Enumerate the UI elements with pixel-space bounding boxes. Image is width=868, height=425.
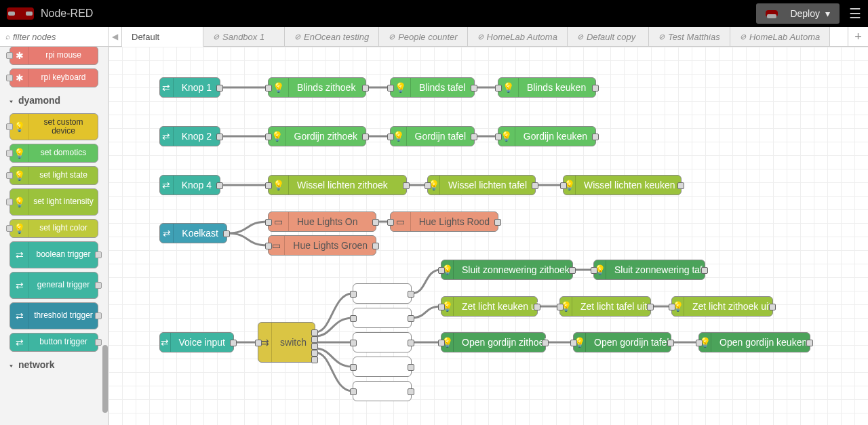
workspace: ◀ Default ⊘Sandbox 1 ⊘EnOcean testing ⊘P… xyxy=(108,27,868,425)
node-dad[interactable]: dad xyxy=(353,332,412,352)
palette-node-threshold-trigger[interactable]: ⇄threshold trigger xyxy=(9,302,98,329)
tab-default[interactable]: Default xyxy=(122,27,203,47)
split-icon: ⇄ xyxy=(10,272,29,298)
scrollbar[interactable] xyxy=(102,345,108,413)
filter-row: ⌕ xyxy=(0,27,108,47)
split-icon: ⇄ xyxy=(10,242,29,268)
disabled-icon: ⊘ xyxy=(389,33,395,41)
tab-homelab2[interactable]: ⊘HomeLab Automa xyxy=(730,27,830,46)
node-blinds-tafel[interactable]: 💡Blinds tafel xyxy=(390,77,475,98)
node-blinds-zithoek[interactable]: 💡Blinds zithoek xyxy=(268,77,366,98)
node-blinds-keuken[interactable]: 💡Blinds keuken xyxy=(498,77,596,98)
search-icon: ⌕ xyxy=(5,32,10,41)
raspberry-icon: ✱ xyxy=(10,69,29,87)
disabled-icon: ⊘ xyxy=(577,33,583,41)
palette-node-set-custom-device[interactable]: 💡set custom device xyxy=(9,113,98,140)
deploy-label: Deploy xyxy=(790,8,820,19)
app-logo xyxy=(7,7,34,20)
node-knop2[interactable]: ⇄Knop 2 xyxy=(159,126,220,146)
disabled-icon: ⊘ xyxy=(477,33,484,41)
node-open-tafel[interactable]: 💡Open gordijn tafel xyxy=(573,332,671,352)
split-icon: ⇄ xyxy=(160,333,171,352)
node-wissel-tafel[interactable]: 💡Wissel lichten tafel xyxy=(427,175,536,195)
tab-defaultcopy[interactable]: ⊘Default copy xyxy=(568,27,649,46)
tab-matthias[interactable]: ⊘Test Matthias xyxy=(649,27,730,46)
disabled-icon: ⊘ xyxy=(294,33,300,41)
deploy-button[interactable]: Deploy ▾ xyxy=(756,3,840,24)
tab-enocean[interactable]: ⊘EnOcean testing xyxy=(285,27,379,46)
tab-add-button[interactable]: + xyxy=(848,27,868,46)
bulb-icon: 💡 xyxy=(10,114,29,140)
node-sluit-tafel[interactable]: 💡Sluit zonnewering tafel xyxy=(593,260,705,280)
header-bar: Node-RED Deploy ▾ ☰ xyxy=(0,0,868,27)
node-child1[interactable]: child 1 xyxy=(353,357,412,377)
node-hue-rood[interactable]: ▭Hue Lights Rood xyxy=(390,211,498,232)
node-zet-keuken[interactable]: 💡Zet licht keuken uit xyxy=(441,296,538,317)
disabled-icon: ⊘ xyxy=(213,33,219,41)
node-mom[interactable]: mom xyxy=(353,308,412,328)
bulb-icon: 💡 xyxy=(10,220,29,237)
node-open-zithoek[interactable]: 💡Open gordijn zithoek xyxy=(441,332,546,352)
node-gordijn-tafel[interactable]: 💡Gordijn tafel xyxy=(390,126,475,146)
palette-node-boolean-trigger[interactable]: ⇄boolean trigger xyxy=(9,241,98,268)
node-open-keuken[interactable]: 💡Open gordijn keuken xyxy=(698,332,810,352)
node-switch[interactable]: ⇉switch xyxy=(258,322,315,363)
node-knop4[interactable]: ⇄Knop 4 xyxy=(159,175,220,195)
tab-bar: ◀ Default ⊘Sandbox 1 ⊘EnOcean testing ⊘P… xyxy=(108,27,868,47)
node-gordijn-zithoek[interactable]: 💡Gordijn zithoek xyxy=(268,126,366,146)
palette-node-set-light-color[interactable]: 💡set light color xyxy=(9,219,98,238)
disabled-icon: ⊘ xyxy=(658,33,665,41)
split-icon: ⇄ xyxy=(160,127,174,146)
palette-node-set-light-intensity[interactable]: 💡set light intensity xyxy=(9,188,98,216)
node-me[interactable]: me xyxy=(353,283,412,304)
tab-sandbox[interactable]: ⊘Sandbox 1 xyxy=(203,27,285,46)
flow-canvas[interactable]: ⇄Knop 1 💡Blinds zithoek 💡Blinds tafel 💡B… xyxy=(108,47,868,425)
node-wissel-keuken[interactable]: 💡Wissel lichten keuken xyxy=(563,175,682,195)
node-wissel-zithoek[interactable]: 💡Wissel lichten zithoek xyxy=(268,175,407,195)
filter-input[interactable] xyxy=(13,32,102,42)
deploy-icon xyxy=(766,10,778,17)
disabled-icon: ⊘ xyxy=(740,33,746,41)
node-sluit-zithoek[interactable]: 💡Sluit zonnewering zithoek xyxy=(441,260,573,280)
split-icon: ⇄ xyxy=(160,78,174,97)
bulb-icon: 💡 xyxy=(10,144,29,162)
node-hue-groen[interactable]: ▭Hue Lights Groen xyxy=(268,235,376,256)
palette-node-set-domotics[interactable]: 💡set domotics xyxy=(9,144,98,163)
palette-node-rpi-keyboard[interactable]: ✱rpi keyboard xyxy=(9,68,98,87)
node-zet-tafel[interactable]: 💡Zet licht tafel uit xyxy=(559,296,651,317)
tab-homelab1[interactable]: ⊘HomeLab Automa xyxy=(468,27,568,46)
collapse-palette-button[interactable]: ◀ xyxy=(108,27,122,46)
bulb-icon: 💡 xyxy=(10,189,29,215)
node-zet-zithoek[interactable]: 💡Zet licht zithoek uit xyxy=(671,296,773,317)
split-icon: ⇄ xyxy=(10,303,29,329)
node-hue-on[interactable]: ▭Hue Lights On xyxy=(268,211,376,232)
category-dyamond[interactable]: dyamond xyxy=(3,91,105,110)
split-icon: ⇄ xyxy=(160,224,174,243)
palette-node-rpi-mouse[interactable]: ✱rpi mouse xyxy=(9,47,98,65)
palette-node-set-light-state[interactable]: 💡set light state xyxy=(9,166,98,185)
chevron-down-icon: ▾ xyxy=(825,8,830,19)
split-icon: ⇄ xyxy=(160,176,174,195)
node-child2[interactable]: child 2 xyxy=(353,381,412,401)
bulb-icon: 💡 xyxy=(10,167,29,184)
raspberry-icon: ✱ xyxy=(10,47,29,64)
app-title: Node-RED xyxy=(41,7,756,20)
palette-node-button-trigger[interactable]: ⇄button trigger xyxy=(9,333,98,352)
category-network[interactable]: network xyxy=(3,355,105,374)
tab-people[interactable]: ⊘People counter xyxy=(379,27,467,46)
node-koelkast[interactable]: ⇄Koelkast xyxy=(159,223,227,243)
split-icon: ⇄ xyxy=(10,333,29,351)
palette-panel: ⌕ ✱rpi mouse ✱rpi keyboard dyamond 💡set … xyxy=(0,27,108,425)
palette-node-general-trigger[interactable]: ⇄general trigger xyxy=(9,272,98,299)
node-voice-input[interactable]: ⇄Voice input xyxy=(159,332,234,352)
node-gordijn-keuken[interactable]: 💡Gordijn keuken xyxy=(498,126,596,146)
menu-icon[interactable]: ☰ xyxy=(849,5,861,22)
node-knop1[interactable]: ⇄Knop 1 xyxy=(159,77,220,98)
